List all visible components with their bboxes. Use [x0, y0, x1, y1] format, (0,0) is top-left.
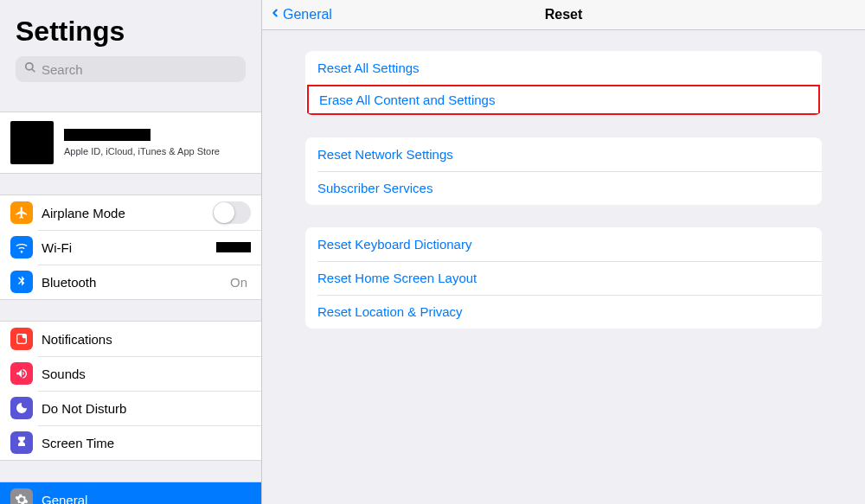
notifications-icon [10, 328, 33, 350]
sidebar-item-label: General [42, 493, 251, 505]
sidebar-item-bluetooth[interactable]: Bluetooth On [0, 265, 261, 299]
sidebar-item-dnd[interactable]: Do Not Disturb [0, 391, 261, 425]
sidebar-item-label: Do Not Disturb [42, 401, 251, 416]
sidebar-item-screentime[interactable]: Screen Time [0, 425, 261, 460]
moon-icon [10, 397, 33, 419]
nav-title: Reset [545, 7, 583, 22]
account-subtitle: Apple ID, iCloud, iTunes & App Store [64, 146, 220, 156]
page-title: Settings [16, 16, 246, 48]
airplane-icon [10, 201, 33, 224]
sidebar: Settings Apple ID, iCloud, iTunes & App … [0, 0, 262, 504]
erase-all-content[interactable]: Erase All Content and Settings [307, 85, 820, 115]
sidebar-header: Settings [0, 0, 261, 91]
sidebar-item-label: Screen Time [42, 436, 251, 450]
avatar [10, 121, 54, 164]
reset-group-3: Reset Keyboard Dictionary Reset Home Scr… [305, 227, 822, 329]
reset-all-settings[interactable]: Reset All Settings [305, 51, 822, 85]
apple-id-row[interactable]: Apple ID, iCloud, iTunes & App Store [0, 112, 261, 173]
account-name-redacted [64, 129, 151, 141]
search-input[interactable] [42, 62, 237, 77]
sidebar-item-wifi[interactable]: Wi-Fi [0, 230, 261, 265]
account-texts: Apple ID, iCloud, iTunes & App Store [64, 129, 220, 156]
reset-location-privacy[interactable]: Reset Location & Privacy [305, 295, 822, 329]
search-icon [24, 61, 36, 77]
reset-network-settings[interactable]: Reset Network Settings [305, 137, 822, 171]
sidebar-item-notifications[interactable]: Notifications [0, 322, 261, 356]
sidebar-item-label: Sounds [42, 367, 251, 381]
reset-keyboard-dictionary[interactable]: Reset Keyboard Dictionary [305, 227, 822, 261]
sidebar-item-general[interactable]: General [0, 482, 261, 504]
sidebar-item-label: Notifications [42, 332, 251, 347]
nav-bar: General Reset [262, 0, 865, 30]
sidebar-item-label: Wi-Fi [42, 240, 216, 255]
reset-home-screen-layout[interactable]: Reset Home Screen Layout [305, 261, 822, 295]
account-section: Apple ID, iCloud, iTunes & App Store [0, 112, 261, 174]
sidebar-item-label: Airplane Mode [42, 206, 213, 220]
hourglass-icon [10, 431, 33, 454]
subscriber-services[interactable]: Subscriber Services [305, 171, 822, 205]
gear-icon [10, 488, 33, 504]
sounds-icon [10, 362, 33, 385]
svg-point-3 [22, 334, 27, 338]
airplane-toggle[interactable] [213, 201, 251, 224]
network-section: Airplane Mode Wi-Fi Bluetooth On [0, 195, 261, 300]
svg-line-1 [32, 69, 35, 73]
wifi-icon [10, 236, 33, 258]
chevron-left-icon [269, 5, 281, 24]
sidebar-item-airplane[interactable]: Airplane Mode [0, 195, 261, 230]
back-button[interactable]: General [269, 5, 332, 24]
alerts-section: Notifications Sounds Do Not Disturb Scre… [0, 321, 261, 461]
wifi-value-redacted [216, 242, 251, 252]
search-field[interactable] [16, 56, 246, 82]
reset-group-2: Reset Network Settings Subscriber Servic… [305, 137, 822, 205]
reset-group-1: Reset All Settings Erase All Content and… [305, 51, 822, 115]
bluetooth-value: On [230, 275, 247, 290]
detail-pane: General Reset Reset All Settings Erase A… [262, 0, 865, 504]
back-label: General [283, 7, 332, 22]
sidebar-item-label: Bluetooth [42, 275, 230, 290]
detail-content: Reset All Settings Erase All Content and… [262, 30, 865, 372]
bluetooth-icon [10, 271, 33, 293]
general-section: General [0, 482, 261, 504]
svg-point-0 [26, 63, 33, 70]
sidebar-item-sounds[interactable]: Sounds [0, 356, 261, 391]
